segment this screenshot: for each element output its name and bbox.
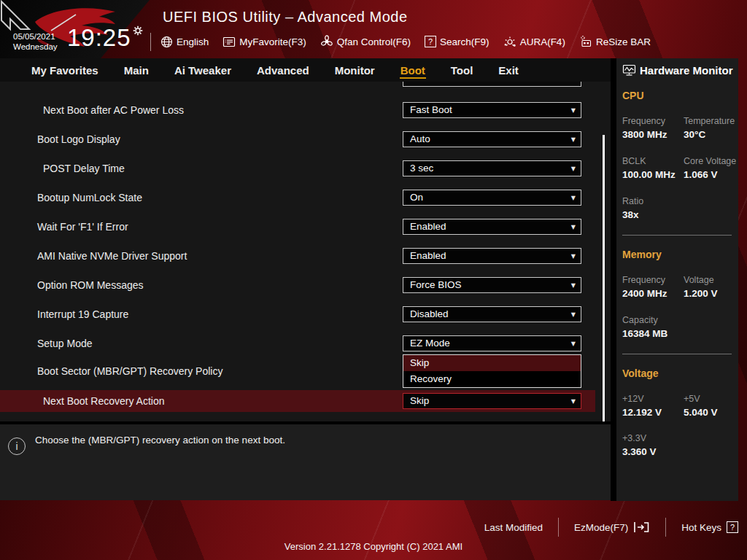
chevron-down-icon: ▼: [571, 104, 576, 118]
setting-label: Next Boot after AC Power Loss: [43, 102, 184, 118]
section-cpu: CPU: [622, 90, 644, 101]
question-box-icon: ?: [727, 521, 738, 533]
fan-icon: [320, 35, 333, 48]
setting-select[interactable]: EZ Mode ▼: [403, 335, 581, 351]
setting-label: Next Boot Recovery Action: [43, 390, 165, 412]
ezmode-button[interactable]: EzMode(F7): [574, 521, 650, 534]
setting-row: Next Boot after AC Power Loss Fast Boot …: [0, 102, 611, 118]
version-text: Version 2.21.1278 Copyright (C) 2021 AMI: [0, 541, 747, 552]
search-button[interactable]: ? Search(F9): [425, 36, 489, 47]
date-display: 05/05/2021 Wednesday: [13, 31, 58, 52]
weekday-value: Wednesday: [13, 42, 58, 52]
setting-row: Setup Mode EZ Mode ▼: [0, 335, 611, 351]
setting-select[interactable]: Disabled ▼: [403, 306, 581, 322]
clipped-select-box[interactable]: [403, 82, 581, 87]
chevron-down-icon: ▼: [571, 308, 576, 322]
tab-my-favorites[interactable]: My Favorites: [31, 61, 99, 79]
highlighted-setting-row: Next Boot Recovery Action Skip ▼: [0, 390, 595, 412]
aura-button[interactable]: AURA(F4): [503, 35, 565, 48]
resize-bar-button[interactable]: ReSize BAR: [579, 35, 651, 48]
qfan-control-button[interactable]: Qfan Control(F6): [320, 35, 411, 48]
time-display[interactable]: 19:25: [67, 24, 143, 52]
help-panel: i Choose the (MBR/GPT) recovery action o…: [0, 424, 611, 500]
setting-select[interactable]: Enabled ▼: [403, 248, 581, 264]
setting-select[interactable]: Force BIOS ▼: [403, 277, 581, 293]
menu-tabbar: My Favorites Main Ai Tweaker Advanced Mo…: [0, 58, 611, 82]
chevron-down-icon: ▼: [571, 191, 576, 206]
footer-divider: [665, 518, 666, 537]
globe-icon: [160, 36, 173, 48]
footer-buttons: Last Modified EzMode(F7) Hot Keys ?: [484, 516, 738, 538]
section-memory: Memory: [622, 249, 662, 260]
setting-row: AMI Native NVMe Driver Support Enabled ▼: [0, 248, 611, 264]
tab-monitor[interactable]: Monitor: [334, 61, 376, 79]
hw-field: +5V 5.040 V: [684, 394, 745, 418]
footer-divider: [558, 518, 559, 537]
hw-field: Frequency 3800 MHz: [622, 116, 684, 140]
chevron-down-icon: ▼: [571, 162, 576, 176]
setting-row: Bootup NumLock State On ▼: [0, 190, 611, 206]
tab-advanced[interactable]: Advanced: [256, 61, 310, 79]
monitor-icon: [622, 64, 636, 77]
exit-to-ezmode-icon: [633, 521, 650, 534]
setting-row: Option ROM Messages Force BIOS ▼: [0, 277, 611, 293]
settings-list: Next Boot after AC Power Loss Fast Boot …: [0, 82, 611, 421]
section-divider: [622, 235, 732, 236]
help-text: Choose the (MBR/GPT) recovery action on …: [35, 435, 285, 446]
favorites-list-icon: [222, 36, 236, 48]
panel-divider: [611, 58, 616, 501]
setting-label: AMI Native NVMe Driver Support: [37, 248, 187, 264]
hw-field: BCLK 100.00 MHz: [622, 156, 684, 180]
chevron-down-icon: ▼: [571, 133, 576, 147]
hw-field: +12V 12.192 V: [622, 394, 684, 418]
hw-field: Frequency 2400 MHz: [622, 275, 684, 299]
setting-row: Wait For 'F1' If Error Enabled ▼: [0, 219, 611, 235]
open-dropdown-list: Skip Recovery: [403, 354, 581, 388]
hw-field: Voltage 1.200 V: [684, 275, 745, 299]
chevron-down-icon: ▼: [571, 249, 576, 264]
last-modified-button[interactable]: Last Modified: [484, 522, 543, 533]
date-value: 05/05/2021: [13, 31, 58, 42]
resize-bar-chip-icon: [579, 35, 592, 48]
section-divider: [622, 354, 732, 354]
setting-select[interactable]: 3 sec ▼: [403, 160, 581, 176]
tab-boot[interactable]: Boot: [400, 61, 426, 79]
tab-ai-tweaker[interactable]: Ai Tweaker: [174, 61, 232, 79]
dropdown-option-recovery[interactable]: Recovery: [403, 371, 581, 387]
scrollbar-thumb[interactable]: [603, 135, 605, 421]
language-button[interactable]: English: [160, 36, 209, 48]
hw-field: +3.3V 3.360 V: [622, 433, 684, 457]
setting-label: Boot Logo Display: [37, 131, 120, 147]
hardware-monitor-header: Hardware Monitor: [622, 64, 733, 77]
setting-select-active[interactable]: Skip ▼: [403, 393, 581, 409]
setting-label: Setup Mode: [37, 335, 93, 351]
header-toolbar: English MyFavorite(F3) Qfan Control(F6) …: [160, 29, 651, 54]
myfavorite-button[interactable]: MyFavorite(F3): [222, 36, 306, 48]
hw-field: Temperature 30°C: [684, 116, 745, 140]
footer: Last Modified EzMode(F7) Hot Keys ? Vers…: [0, 500, 747, 560]
setting-row: Interrupt 19 Capture Disabled ▼: [0, 306, 611, 322]
setting-row: POST Delay Time 3 sec ▼: [0, 160, 611, 176]
info-icon: i: [8, 438, 26, 455]
dropdown-option-skip[interactable]: Skip: [403, 355, 581, 371]
setting-select[interactable]: Auto ▼: [403, 131, 581, 147]
chevron-down-icon: ▼: [571, 279, 576, 293]
setting-label: Wait For 'F1' If Error: [37, 219, 128, 235]
setting-select[interactable]: On ▼: [403, 190, 581, 206]
chevron-down-icon: ▼: [571, 394, 576, 409]
setting-label: POST Delay Time: [43, 160, 125, 176]
tab-tool[interactable]: Tool: [450, 61, 474, 79]
hw-field: Capacity 16384 MB: [622, 315, 684, 339]
main-column: My Favorites Main Ai Tweaker Advanced Mo…: [0, 58, 611, 500]
chevron-down-icon: ▼: [571, 220, 576, 235]
tab-exit[interactable]: Exit: [498, 61, 519, 79]
hot-keys-button[interactable]: Hot Keys ?: [681, 521, 738, 533]
setting-label: Boot Sector (MBR/GPT) Recovery Policy: [37, 363, 222, 379]
setting-label: Bootup NumLock State: [37, 190, 142, 206]
setting-select[interactable]: Enabled ▼: [403, 219, 581, 235]
gear-icon[interactable]: [133, 26, 143, 52]
tab-main[interactable]: Main: [123, 61, 150, 79]
hardware-monitor-panel: Hardware Monitor CPU Frequency 3800 MHz …: [616, 58, 738, 501]
setting-select[interactable]: Fast Boot ▼: [403, 102, 581, 118]
setting-row: Boot Logo Display Auto ▼: [0, 131, 611, 147]
